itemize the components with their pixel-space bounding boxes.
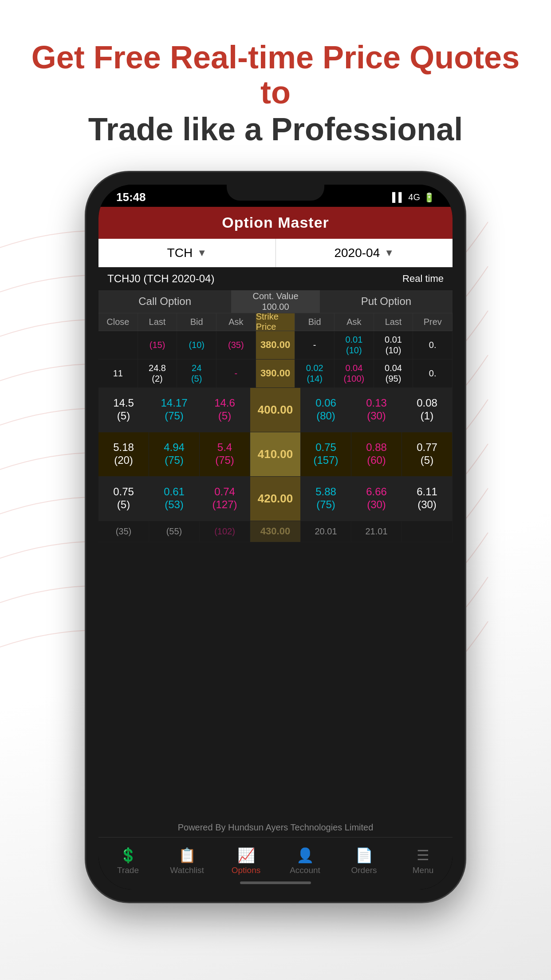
cell-partial-3: (102)	[200, 521, 250, 542]
cell-val-400-6: 0.08 (1)	[402, 388, 453, 432]
ticker-row: TCHJ0 (TCH 2020-04) Real time	[98, 267, 453, 290]
put-option-label: Put Option	[361, 295, 411, 308]
phone-notch	[227, 185, 324, 201]
header-line2: Trade like a Professional	[27, 110, 524, 148]
cell-val-400-3: 14.6 (5)	[200, 388, 250, 432]
sub-header-ask-call: Ask	[216, 313, 256, 331]
cell-close-0	[98, 331, 138, 359]
nav-item-trade[interactable]: 💲 Trade	[98, 838, 157, 885]
cell-val-420-6: 6.11 (30)	[402, 477, 453, 521]
cell-val-410-4: 0.75 (157)	[301, 432, 351, 476]
cell-val-400-2: 14.17 (75)	[149, 388, 200, 432]
cell-strike-410: 410.00	[250, 432, 301, 476]
status-time: 15:48	[116, 190, 146, 204]
battery-icon: 🔋	[424, 192, 435, 203]
app-header-title: Option Master	[222, 214, 329, 231]
table-row-expanded-400[interactable]: 14.5 (5) 14.17 (75) 14.6 (5) 40	[98, 388, 453, 432]
nav-item-account[interactable]: 👤 Account	[276, 838, 335, 885]
cell-bid-call-0: (10)	[177, 331, 216, 359]
cell-val-400-1: 14.5 (5)	[98, 388, 149, 432]
options-icon: 📈	[237, 847, 255, 864]
cell-val-420-2: 0.61 (53)	[149, 477, 200, 521]
phone-wrapper: 15:48 ▌▌ 4G 🔋 Option Master	[85, 171, 466, 903]
nav-item-menu[interactable]: ☰ Menu	[394, 838, 453, 885]
cell-ask-call-1: -	[216, 360, 256, 387]
cell-ask-put-0: 0.01 (10)	[335, 331, 374, 359]
cell-ask-call-0: (35)	[216, 331, 256, 359]
cell-strike-1: 390.00	[256, 360, 295, 387]
options-table: Call Option Cont. Value 100.00 Put Optio…	[98, 290, 453, 818]
status-icons: ▌▌ 4G 🔋	[392, 192, 435, 203]
cell-last-call-0: (15)	[138, 331, 177, 359]
ticker-label: TCHJ0 (TCH 2020-04)	[107, 273, 214, 285]
phone-screen: 15:48 ▌▌ 4G 🔋 Option Master	[98, 185, 453, 889]
table-row-expanded-420[interactable]: 0.75 (5) 0.61 (53) 0.74 (127) 4	[98, 477, 453, 521]
cell-partial-2: (55)	[149, 521, 200, 542]
col-group-row: Call Option Cont. Value 100.00 Put Optio…	[98, 290, 453, 313]
cell-val-400-4: 0.06 (80)	[301, 388, 351, 432]
cell-last-put-0: 0.01 (10)	[374, 331, 413, 359]
cell-partial-4: 20.01	[301, 521, 351, 542]
table-row-expanded-410[interactable]: 5.18 (20) 4.94 (75) 5.4 (75) 41	[98, 432, 453, 477]
dropdowns-row: TCH ▼ 2020-04 ▼	[98, 239, 453, 267]
sub-header-strike: Strike Price	[256, 313, 295, 331]
cell-bid-call-1: 24 (5)	[177, 360, 216, 387]
sub-header-last-call: Last	[138, 313, 177, 331]
header-section: Get Free Real-time Price Quotes to Trade…	[0, 40, 551, 149]
nav-label-options: Options	[232, 865, 260, 875]
cell-partial-1: (35)	[98, 521, 149, 542]
cont-value-label: Cont. Value	[252, 291, 298, 301]
powered-by: Powered By Hundsun Ayers Technologies Li…	[98, 818, 453, 837]
cell-bid-put-0: -	[295, 331, 335, 359]
sub-header-last-put: Last	[374, 313, 413, 331]
signal-icon: ▌▌	[392, 192, 405, 202]
cell-partial-5: 21.01	[351, 521, 402, 542]
cell-bid-put-1: 0.02 (14)	[295, 360, 335, 387]
col-call-header: Call Option	[98, 290, 231, 313]
cell-val-410-5: 0.88 (60)	[351, 432, 402, 476]
app-header: Option Master	[98, 207, 453, 239]
nav-label-orders: Orders	[351, 865, 377, 875]
network-icon: 4G	[408, 192, 420, 202]
sub-header-ask-put: Ask	[335, 313, 374, 331]
nav-label-watchlist: Watchlist	[170, 865, 204, 875]
nav-item-orders[interactable]: 📄 Orders	[335, 838, 394, 885]
watchlist-icon: 📋	[178, 847, 196, 864]
sub-header-prev-put: Prev	[413, 313, 453, 331]
cell-close-1: 11	[98, 360, 138, 387]
account-icon: 👤	[296, 847, 314, 864]
phone-frame: 15:48 ▌▌ 4G 🔋 Option Master	[85, 171, 466, 903]
cell-strike-0: 380.00	[256, 331, 295, 359]
nav-item-watchlist[interactable]: 📋 Watchlist	[157, 838, 216, 885]
orders-icon: 📄	[355, 847, 373, 864]
dropdown-tch[interactable]: TCH ▼	[98, 239, 276, 267]
cell-strike-400: 400.00	[250, 388, 301, 432]
cell-val-420-5: 6.66 (30)	[351, 477, 402, 521]
dropdown-date[interactable]: 2020-04 ▼	[276, 239, 453, 267]
sub-header-row: Close Last Bid Ask Strike Price Bid Ask …	[98, 313, 453, 331]
cell-partial-6	[402, 521, 453, 542]
menu-icon: ☰	[417, 847, 429, 864]
cell-last-put-1: 0.04 (95)	[374, 360, 413, 387]
trade-icon: 💲	[119, 847, 137, 864]
cell-last-call-1: 24.8 (2)	[138, 360, 177, 387]
cell-val-400-5: 0.13 (30)	[351, 388, 402, 432]
app-content: Option Master TCH ▼ 2020-04 ▼	[98, 207, 453, 889]
nav-label-account: Account	[290, 865, 320, 875]
nav-label-menu: Menu	[413, 865, 434, 875]
cell-val-410-1: 5.18 (20)	[98, 432, 149, 476]
cell-val-420-4: 5.88 (75)	[301, 477, 351, 521]
cell-strike-420: 420.00	[250, 477, 301, 521]
cell-val-410-3: 5.4 (75)	[200, 432, 250, 476]
cell-ask-put-1: 0.04 (100)	[335, 360, 374, 387]
nav-item-options[interactable]: 📈 Options	[216, 838, 276, 885]
col-cont-header: Cont. Value 100.00	[231, 290, 320, 313]
cell-val-420-1: 0.75 (5)	[98, 477, 149, 521]
call-option-label: Call Option	[138, 295, 191, 308]
dropdown-date-label: 2020-04	[334, 246, 380, 260]
sub-header-close: Close	[98, 313, 138, 331]
table-row: (15) (10) (35) 380.00 - 0.01	[98, 331, 453, 360]
cell-prev-put-0: 0.	[413, 331, 453, 359]
cell-partial-strike: 430.00	[250, 521, 301, 542]
powered-by-text: Powered By Hundsun Ayers Technologies Li…	[178, 822, 374, 833]
